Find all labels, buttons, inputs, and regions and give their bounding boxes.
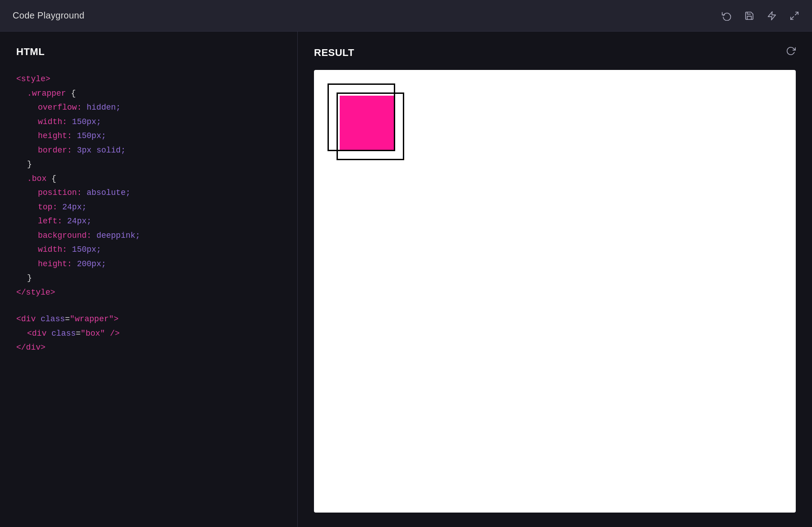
code-line-style-close: </style> (16, 286, 281, 300)
code-line-div-open: <div class="wrapper"> (16, 312, 281, 327)
prop-position: position: (38, 188, 82, 197)
code-line-wrapper-sel: .wrapper { (27, 87, 281, 101)
svg-line-1 (795, 12, 798, 14)
code-line-brace1: } (27, 157, 281, 172)
code-line-border: border: 3px solid; (38, 143, 281, 158)
tag-style-open: <style> (16, 74, 51, 83)
val-height1: 150px; (72, 131, 106, 140)
equals1: = (65, 314, 70, 324)
lightning-icon[interactable] (767, 11, 777, 21)
editor-panel: HTML <style> .wrapper { overflow: hidden… (0, 32, 298, 527)
selector-box: .box { (27, 174, 56, 183)
prop-width2: width: (38, 245, 67, 254)
result-frame (314, 70, 796, 513)
main-area: HTML <style> .wrapper { overflow: hidden… (0, 32, 812, 527)
result-panel: RESULT (298, 32, 812, 527)
prop-height2: height: (38, 259, 72, 268)
topbar-icons (722, 11, 799, 21)
save-icon[interactable] (744, 11, 754, 21)
code-line-top: top: 24px; (38, 200, 281, 215)
fullscreen-icon[interactable] (789, 11, 799, 21)
equals2: = (76, 329, 81, 338)
code-line-style-open: <style> (16, 72, 281, 87)
refresh-icon[interactable] (786, 46, 796, 59)
code-line-box-sel: .box { (27, 172, 281, 186)
val-position: absolute; (82, 188, 130, 197)
code-line-position: position: absolute; (38, 186, 281, 200)
code-line-height2: height: 200px; (38, 257, 281, 272)
tag-style-close: </style> (16, 288, 55, 297)
prop-top: top: (38, 203, 57, 212)
prop-background: background: (38, 231, 92, 240)
attrval-box: "box" (81, 329, 105, 338)
prop-height1: height: (38, 131, 72, 140)
app-container: Code Playground (0, 0, 812, 527)
editor-title: HTML (16, 46, 281, 58)
selector-wrapper: .wrapper { (27, 89, 76, 98)
blank-line (16, 300, 281, 312)
demo-wrapper (328, 83, 395, 151)
code-line-div-box: <div class="box" /> (27, 327, 281, 341)
code-line-background: background: deeppink; (38, 229, 281, 243)
val-border: 3px solid; (72, 146, 126, 155)
prop-left: left: (38, 217, 62, 226)
demo-box (340, 96, 395, 151)
val-background: deeppink; (92, 231, 140, 240)
tag-div-open-close: > (114, 314, 119, 324)
prop-border: border: (38, 146, 72, 155)
result-title: RESULT (314, 47, 354, 59)
val-left: 24px; (62, 217, 92, 226)
tag-div-open: <div (16, 314, 41, 324)
val-overflow: hidden; (82, 103, 120, 112)
tag-div-close: </div> (16, 343, 46, 352)
result-header: RESULT (314, 46, 796, 59)
code-line-width1: width: 150px; (38, 115, 281, 129)
reset-icon[interactable] (722, 11, 732, 21)
topbar: Code Playground (0, 0, 812, 32)
prop-overflow: overflow: (38, 103, 82, 112)
tag-self-close: /> (105, 329, 120, 338)
attr-class1: class (41, 314, 65, 324)
code-block: <style> .wrapper { overflow: hidden; wid… (16, 72, 281, 355)
code-line-height1: height: 150px; (38, 129, 281, 143)
brace-close2: } (27, 273, 32, 282)
code-line-brace2: } (27, 271, 281, 286)
prop-width1: width: (38, 117, 67, 126)
val-width1: 150px; (67, 117, 102, 126)
val-width2: 150px; (67, 245, 102, 254)
code-line-overflow: overflow: hidden; (38, 101, 281, 115)
attr-class2: class (51, 329, 76, 338)
app-title: Code Playground (13, 10, 84, 21)
svg-line-2 (791, 16, 794, 19)
code-line-left: left: 24px; (38, 214, 281, 229)
attrval-wrapper: "wrapper" (70, 314, 114, 324)
code-line-div-close: </div> (16, 341, 281, 355)
tag-div-box: <div (27, 329, 51, 338)
val-height2: 200px; (72, 259, 106, 268)
code-line-width2: width: 150px; (38, 243, 281, 257)
val-top: 24px; (57, 203, 87, 212)
svg-marker-0 (768, 11, 776, 19)
brace-close1: } (27, 160, 32, 169)
